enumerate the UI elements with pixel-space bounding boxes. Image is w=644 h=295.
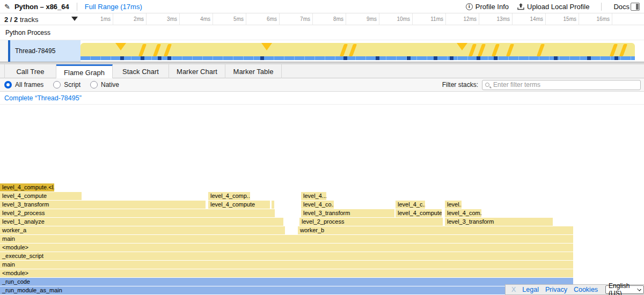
footer-close-button[interactable]: X xyxy=(511,286,516,293)
flame-frame-worker_b[interactable]: worker_b xyxy=(298,226,573,234)
flame-row: _execute_script xyxy=(0,252,644,260)
process-track-row[interactable]: Python Process xyxy=(0,25,644,40)
marker-slash-icon[interactable] xyxy=(469,44,477,56)
flame-frame-level_4_compute[interactable]: level_4_compute xyxy=(396,209,442,217)
flame-frame-level_4_compute[interactable]: level_4_compute xyxy=(0,192,82,200)
radio-button-icon xyxy=(53,81,61,88)
flame-frame-_execute_script[interactable]: _execute_script xyxy=(0,252,573,260)
radio-script[interactable]: Script xyxy=(53,81,80,88)
ruler-tick-label: 2ms xyxy=(120,16,144,22)
language-select[interactable]: English (US) xyxy=(605,285,644,294)
open-sidebar-icon[interactable] xyxy=(631,3,640,11)
radio-label: Native xyxy=(101,81,119,88)
ruler-tick-label: 8ms xyxy=(320,16,343,22)
flame-row: main xyxy=(0,261,644,269)
ruler-tick-line xyxy=(346,13,346,25)
flame-frame-level_3_transform[interactable]: level_3_transform xyxy=(301,209,394,217)
flame-frame-level_3_transform[interactable]: level_3_transform xyxy=(445,218,553,226)
filter-stacks-input[interactable] xyxy=(493,80,638,90)
flame-frame-main[interactable]: main xyxy=(0,235,573,243)
profile-title: Python – x86_64 xyxy=(14,3,69,11)
flame-frame-level_4_c[interactable]: level_4_c... xyxy=(396,201,425,209)
flame-frame-worker_a[interactable]: worker_a xyxy=(0,226,285,234)
footer-link-privacy[interactable]: Privacy xyxy=(545,286,567,293)
flame-frame-level_4_co[interactable]: level_4_co... xyxy=(301,201,334,209)
tab-marker-table[interactable]: Marker Table xyxy=(225,64,282,78)
tracks-dropdown-arrow[interactable] xyxy=(71,17,78,21)
ruler-tick-line xyxy=(579,13,579,25)
cpu-strip-dark-segment xyxy=(167,56,171,60)
marker-slash-icon[interactable] xyxy=(138,44,147,56)
marker-triangle-icon[interactable] xyxy=(115,43,126,50)
flame-frame-level_4_com[interactable]: level_4_com... xyxy=(445,209,481,217)
marker-slash-icon[interactable] xyxy=(349,44,357,56)
breadcrumb-row: Complete “Thread-78495” xyxy=(0,92,644,105)
marker-slash-icon[interactable] xyxy=(478,44,486,56)
flame-frame-_run_module_as_main[interactable]: _run_module_as_main xyxy=(0,286,573,294)
marker-slash-icon[interactable] xyxy=(340,44,348,56)
footer-links: LegalPrivacyCookies xyxy=(522,286,598,293)
flame-frame-level_4_computel[interactable]: level_4_compute.<l... xyxy=(0,183,54,191)
marker-slash-icon[interactable] xyxy=(506,44,514,56)
radio-native[interactable]: Native xyxy=(90,81,119,88)
marker-slash-icon[interactable] xyxy=(164,44,172,56)
tab-flame-graph[interactable]: Flame Graph xyxy=(56,64,113,79)
profile-info-button[interactable]: i Profile Info xyxy=(466,3,509,11)
flame-row: level_4_computelevel_4_comp...level_4... xyxy=(0,192,644,200)
thread-track-row[interactable]: Thread-78495 xyxy=(0,40,644,62)
marker-triangle-icon[interactable] xyxy=(457,43,467,50)
tab-marker-chart[interactable]: Marker Chart xyxy=(169,64,225,78)
flame-frame-_run_code[interactable]: _run_code xyxy=(0,278,573,286)
cpu-strip-dark-segment xyxy=(477,56,480,60)
flame-row: main xyxy=(0,235,644,243)
marker-slash-icon[interactable] xyxy=(492,44,500,56)
marker-triangle-icon[interactable] xyxy=(261,43,272,50)
full-range-link[interactable]: Full Range (17ms) xyxy=(85,3,142,11)
flame-frame-level_1_analyze[interactable]: level_1_analyze xyxy=(0,218,283,226)
flame-frame-level_3_transform[interactable]: level_3_transform xyxy=(0,201,206,209)
upload-profile-button[interactable]: Upload Local Profile xyxy=(517,3,589,11)
ruler-tick-line xyxy=(445,13,446,25)
flame-frame-module[interactable]: <module> xyxy=(0,244,573,252)
flame-row: level_3_transformlevel_4_computelevel_4_… xyxy=(0,201,644,209)
header-left: ✎ Python – x86_64 Full Range (17ms) xyxy=(0,3,142,11)
flame-frame-main[interactable]: main xyxy=(0,261,573,269)
flame-frame-level[interactable]: level... xyxy=(445,201,462,209)
tab-stack-chart[interactable]: Stack Chart xyxy=(113,64,169,78)
cpu-strip-dark-segment xyxy=(141,56,144,60)
cpu-strip-dark-segment xyxy=(158,56,162,60)
flame-frame-level_4_comp[interactable]: level_4_comp... xyxy=(208,192,250,200)
cpu-strip xyxy=(80,56,635,60)
ruler-tick-label: 12ms xyxy=(453,16,477,22)
flame-frame-level_4[interactable]: level_4... xyxy=(301,192,326,200)
tab-call-tree[interactable]: Call Tree xyxy=(4,64,56,78)
edit-pencil-icon[interactable]: ✎ xyxy=(4,3,10,11)
ruler-tick-label: 15ms xyxy=(553,16,576,22)
upload-icon xyxy=(517,3,524,10)
flame-frame-level_2_process[interactable]: level_2_process xyxy=(0,209,275,217)
flame-frame-module[interactable]: <module> xyxy=(0,269,573,277)
marker-slash-icon[interactable] xyxy=(610,44,618,56)
thread-track-label: Thread-78495 xyxy=(10,47,55,55)
ruler-tick-line xyxy=(545,13,546,25)
marker-slash-icon[interactable] xyxy=(619,44,627,56)
header-bar: ✎ Python – x86_64 Full Range (17ms) i Pr… xyxy=(0,0,644,13)
ruler-tick-line xyxy=(113,13,113,25)
ruler-tick-label: 3ms xyxy=(153,16,177,22)
thread-track-canvas[interactable] xyxy=(80,40,644,62)
footer-link-legal[interactable]: Legal xyxy=(522,286,539,293)
flame-frame[interactable] xyxy=(272,201,274,209)
thread-track-header[interactable]: Thread-78495 xyxy=(10,40,80,62)
flame-frame-level_2_process[interactable]: level_2_process xyxy=(299,218,443,226)
ruler-tick-label: 1ms xyxy=(87,16,111,22)
marker-slash-icon[interactable] xyxy=(537,44,545,56)
radio-all-frames[interactable]: All frames xyxy=(4,81,43,88)
footer-link-cookies[interactable]: Cookies xyxy=(574,286,598,293)
ruler-tick-line xyxy=(279,13,280,25)
flame-graph-canvas: level_4_compute.<l...level_4_computeleve… xyxy=(0,105,644,295)
breadcrumb-complete-thread[interactable]: Complete “Thread-78495” xyxy=(4,94,82,102)
header-right: i Profile Info Upload Local Profile Docs xyxy=(466,3,644,11)
marker-slash-icon[interactable] xyxy=(153,44,161,56)
flame-frame-level_4_compute[interactable]: level_4_compute xyxy=(208,201,270,209)
frame-filter-radios: All framesScriptNative xyxy=(0,81,119,88)
